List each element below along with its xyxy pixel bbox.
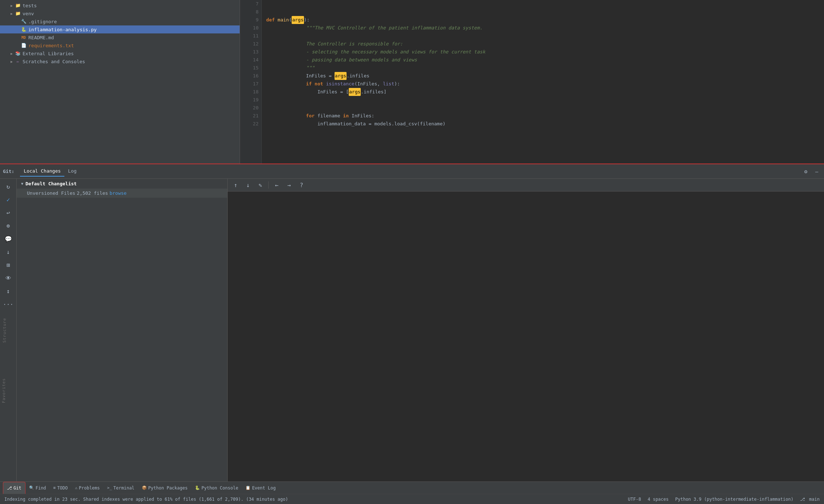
lib-icon: 📚: [15, 51, 21, 56]
code-line-7: [266, 0, 820, 8]
tree-label-readme: README.md: [28, 35, 54, 40]
diff-next-button[interactable]: →: [284, 180, 294, 190]
settings-button[interactable]: ⚙: [801, 167, 810, 176]
tab-problems[interactable]: ⚠ Problems: [71, 482, 103, 494]
docstring-5: """: [306, 64, 315, 72]
tree-label-tests: tests: [23, 3, 37, 8]
commit-button[interactable]: 💬: [2, 233, 15, 245]
git-panel: Git: Local Changes Log ⚙ – Structure ↻ ✓…: [0, 164, 824, 481]
spaces[interactable]: 4 spaces: [648, 497, 669, 502]
layout-button[interactable]: ⊞: [2, 259, 15, 271]
infiles-bracket-end: .infiles]: [361, 88, 386, 96]
bottom-tabs-bar: ⎇ Git 🔍 Find ≡ TODO ⚠ Problems >_ Termin…: [0, 481, 824, 494]
py-icon: 🐍: [20, 27, 27, 32]
more-button[interactable]: ···: [2, 298, 15, 310]
check-button[interactable]: ✓: [2, 193, 15, 206]
diff-separator: [268, 181, 269, 189]
isinstance-fn: isinstance: [326, 80, 354, 88]
tab-todo[interactable]: ≡ TODO: [50, 482, 72, 494]
code-line-15: """: [266, 64, 820, 72]
python-packages-tab-icon: 📦: [142, 485, 147, 490]
infiles-ref: InFiles:: [352, 112, 375, 120]
line-numbers: 7 8 9 10 11 12 13 14 15 16 17 18 19 20 2…: [240, 0, 262, 164]
tab-local-changes[interactable]: Local Changes: [20, 166, 64, 177]
top-section: ▶ 📁 tests ▶ 📁 venv ▶ 🔧 .gitignore ▶ 🐍 in…: [0, 0, 824, 164]
diff-up-button[interactable]: ↑: [231, 180, 241, 190]
arrow-extlibs: ▶: [9, 51, 15, 56]
close-panel-button[interactable]: –: [812, 167, 821, 176]
scratch-icon: ✏️: [15, 59, 21, 64]
arrow-venv: ▶: [9, 11, 15, 16]
arrow-scratches: ▶: [9, 59, 15, 64]
code-line-8: [266, 8, 820, 16]
encoding[interactable]: UTF-8: [628, 497, 641, 502]
code-line-22: inflammation_data = models.load_csv(file…: [266, 120, 820, 128]
code-line-18: InFiles = [args.infiles]: [266, 88, 820, 96]
md-icon: MD: [20, 35, 27, 40]
sort-button[interactable]: ↕: [2, 285, 15, 297]
code-line-9: def main(args):: [266, 16, 820, 24]
branch-name[interactable]: main: [809, 497, 820, 502]
side-actions: Structure ↻ ✓ ↩ ⊕ 💬 ↓ ⊞ 👁 ↕ ··· Favorite…: [0, 179, 17, 481]
event-log-label: Event Log: [252, 485, 276, 491]
infiles-var: InFiles =: [306, 72, 335, 80]
problems-tab-icon: ⚠: [75, 485, 77, 490]
tree-item-inflammation[interactable]: ▶ 🐍 inflammation-analysis.py: [0, 25, 240, 33]
code-line-16: InFiles = args.infiles: [266, 72, 820, 80]
code-line-14: - passing data between models and views: [266, 56, 820, 64]
diff-prev-button[interactable]: ←: [272, 180, 282, 190]
push-button[interactable]: ↓: [2, 246, 15, 258]
tree-item-tests[interactable]: ▶ 📁 tests: [0, 1, 240, 9]
unversioned-row[interactable]: Unversioned Files 2,502 files browse: [17, 189, 227, 198]
tree-item-extlibs[interactable]: ▶ 📚 External Libraries: [0, 49, 240, 57]
tab-python-packages[interactable]: 📦 Python Packages: [138, 482, 191, 494]
tree-item-venv[interactable]: ▶ 📁 venv: [0, 9, 240, 17]
tab-log[interactable]: Log: [64, 166, 80, 177]
git-panel-header: Git: Local Changes Log ⚙ –: [0, 164, 824, 179]
file-tree: ▶ 📁 tests ▶ 📁 venv ▶ 🔧 .gitignore ▶ 🐍 in…: [0, 0, 240, 164]
diff-help-button[interactable]: ?: [296, 180, 307, 190]
diff-area: ↑ ↓ ✎ ← → ?: [228, 179, 824, 481]
diff-button[interactable]: ⊕: [2, 219, 15, 232]
browse-link[interactable]: browse: [109, 190, 127, 196]
refresh-button[interactable]: ↻: [2, 180, 15, 193]
folder-icon-tests: 📁: [15, 3, 21, 8]
right-status: UTF-8 4 spaces Python 3.9 (python-interm…: [628, 497, 820, 502]
problems-tab-label: Problems: [79, 485, 100, 491]
git-icon: 🔧: [20, 19, 27, 24]
for-var: filename: [317, 112, 343, 120]
infiles-bracket: InFiles = [: [317, 88, 349, 96]
undo-button[interactable]: ↩: [2, 206, 15, 219]
diff-edit-button[interactable]: ✎: [255, 180, 265, 190]
arrow-tests: ▶: [9, 3, 15, 8]
tree-item-requirements[interactable]: ▶ 📄 requirements.txt: [0, 41, 240, 49]
python-version[interactable]: Python 3.9 (python-intermediate-inflamma…: [675, 497, 793, 502]
diff-down-button[interactable]: ↓: [243, 180, 253, 190]
code-line-17: if not isinstance(InFiles, list):: [266, 80, 820, 88]
tab-event-log[interactable]: 📋 Event Log: [242, 485, 279, 491]
branch-indicator: ⎇ main: [800, 497, 820, 502]
tab-git[interactable]: ⎇ Git: [3, 482, 25, 494]
inflammation-data: inflammation_data = models.load_csv(file…: [317, 120, 445, 128]
isinstance-args: (InFiles,: [355, 80, 383, 88]
code-area[interactable]: def main(args): """The MVC Controller of…: [262, 0, 824, 164]
tree-item-gitignore[interactable]: ▶ 🔧 .gitignore: [0, 17, 240, 25]
if-end: ):: [394, 80, 400, 88]
tree-item-readme[interactable]: ▶ MD README.md: [0, 33, 240, 41]
tree-item-scratches[interactable]: ▶ ✏️ Scratches and Consoles: [0, 57, 240, 65]
unversioned-label: Unversioned Files: [27, 190, 75, 196]
tab-python-console[interactable]: 🐍 Python Console: [191, 482, 242, 494]
tab-terminal[interactable]: >_ Terminal: [104, 482, 138, 494]
code-line-21: for filename in InFiles:: [266, 112, 820, 120]
right-info: 📋 Event Log: [242, 485, 279, 491]
eye-button[interactable]: 👁: [2, 272, 15, 284]
tree-label-venv: venv: [23, 11, 34, 16]
code-line-11: [266, 32, 820, 40]
tab-find[interactable]: 🔍 Find: [25, 482, 50, 494]
git-label: Git:: [3, 169, 14, 174]
tree-label-inflammation: inflammation-analysis.py: [28, 27, 97, 32]
status-message: Indexing completed in 23 sec. Shared ind…: [4, 497, 625, 502]
docstring-4: - passing data between models and views: [306, 56, 417, 64]
docstring-1: """The MVC Controller of the patient inf…: [306, 24, 483, 32]
changelist-header[interactable]: ▼ Default Changelist: [17, 179, 227, 189]
